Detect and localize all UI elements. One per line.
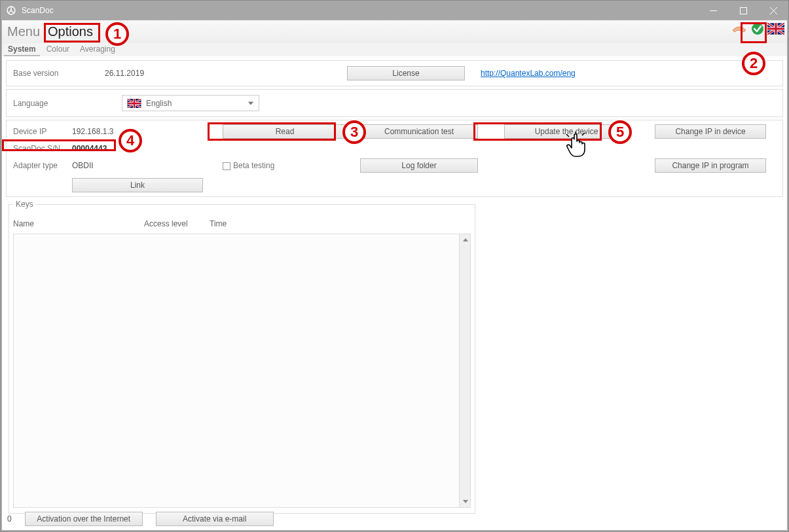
keys-columns: Name Access level Time xyxy=(9,217,475,231)
baseversion-value: 26.11.2019 xyxy=(105,69,347,78)
read-button[interactable]: Read xyxy=(223,124,347,139)
device-ip-value: 192.168.1.3 xyxy=(72,127,138,136)
phone-icon[interactable] xyxy=(731,22,748,35)
minimize-button[interactable] xyxy=(698,1,728,20)
license-button[interactable]: License xyxy=(347,66,465,80)
system-panel: Base version 26.11.2019 License http://Q… xyxy=(2,56,787,520)
communication-test-button[interactable]: Communication test xyxy=(360,124,478,139)
device-ip-label: Device IP xyxy=(13,127,72,136)
subtab-bar: System Colour Averaging xyxy=(2,43,787,56)
language-label: Language xyxy=(13,99,118,108)
keys-scrollbar[interactable] xyxy=(459,234,470,507)
adapter-type-label: Adapter type xyxy=(13,161,72,170)
titlebar: ScanDoc xyxy=(1,1,788,20)
maximize-button[interactable] xyxy=(728,1,758,20)
app-title: ScanDoc xyxy=(22,6,698,15)
keys-listbox[interactable] xyxy=(13,234,471,508)
client-area: Menu Options System Colour Averaging Bas… xyxy=(2,20,787,530)
flag-uk-mini-icon xyxy=(126,99,142,108)
status-ok-icon[interactable] xyxy=(750,22,765,36)
col-time[interactable]: Time xyxy=(210,219,275,228)
scandoc-sn-value: 00004443 xyxy=(72,144,138,153)
svg-line-3 xyxy=(11,10,14,13)
tab-colour[interactable]: Colour xyxy=(43,43,73,56)
quantexlab-link[interactable]: http://QuantexLab.com/eng xyxy=(481,69,576,78)
menu-label[interactable]: Menu xyxy=(7,24,40,39)
svg-rect-6 xyxy=(740,7,746,14)
link-button[interactable]: Link xyxy=(72,178,203,192)
keys-legend: Keys xyxy=(13,200,36,209)
keys-fieldset: Keys Name Access level Time xyxy=(9,200,475,514)
baseversion-label: Base version xyxy=(13,69,105,78)
update-device-button[interactable]: Update the device xyxy=(504,124,629,139)
activate-email-button[interactable]: Activate via e-mail xyxy=(156,512,274,526)
options-button[interactable]: Options xyxy=(44,24,97,39)
language-select[interactable]: English xyxy=(122,95,259,111)
col-access-level[interactable]: Access level xyxy=(144,219,210,228)
device-block: Device IP 192.168.1.3 Read Communication… xyxy=(6,120,783,197)
app-icon xyxy=(6,5,16,16)
change-ip-device-button[interactable]: Change IP in device xyxy=(655,124,766,139)
footer-bar: 0 Activation over the Internet Activate … xyxy=(7,512,274,526)
svg-point-9 xyxy=(752,23,763,35)
tab-system[interactable]: System xyxy=(4,43,40,56)
scroll-up-icon[interactable] xyxy=(460,234,471,245)
scroll-down-icon[interactable] xyxy=(460,496,471,507)
language-row: Language English xyxy=(6,89,783,117)
beta-testing-checkbox[interactable]: Beta testing xyxy=(223,161,347,170)
scandoc-sn-label: ScanDoc S/N xyxy=(13,144,72,153)
flag-uk-icon[interactable] xyxy=(767,22,784,35)
adapter-type-value: OBDII xyxy=(72,161,138,170)
keys-count: 0 xyxy=(7,514,12,523)
col-name[interactable]: Name xyxy=(13,219,144,228)
log-folder-button[interactable]: Log folder xyxy=(360,158,478,173)
baseversion-row: Base version 26.11.2019 License http://Q… xyxy=(6,60,783,86)
tab-averaging[interactable]: Averaging xyxy=(76,43,119,56)
header-bar: Menu Options xyxy=(2,20,787,43)
svg-line-2 xyxy=(9,10,11,13)
activation-internet-button[interactable]: Activation over the Internet xyxy=(25,512,143,526)
change-ip-program-button[interactable]: Change IP in program xyxy=(655,158,766,173)
language-value: English xyxy=(146,99,172,108)
close-button[interactable] xyxy=(758,1,788,20)
